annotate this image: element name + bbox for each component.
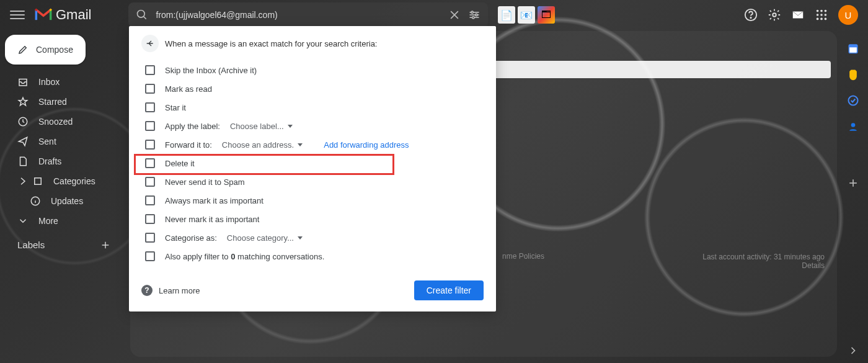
checkbox[interactable] xyxy=(145,251,155,261)
option-never-spam[interactable]: Never send it to Spam xyxy=(141,173,484,191)
category-icon xyxy=(32,176,43,187)
dropdown-value: Choose category... xyxy=(227,233,294,243)
dropdown-value: Choose label... xyxy=(230,122,284,131)
also-apply-suffix: matching conversations. xyxy=(235,252,324,261)
sidebar-item-starred[interactable]: Starred xyxy=(5,92,119,112)
checkbox[interactable] xyxy=(145,140,155,150)
send-icon xyxy=(17,136,29,147)
search-options-icon[interactable] xyxy=(468,9,480,21)
sidebar-item-categories[interactable]: Categories xyxy=(5,171,119,191)
option-always-important[interactable]: Always mark it as important xyxy=(141,191,484,210)
choose-label-dropdown[interactable]: Choose label... xyxy=(230,122,293,131)
support-icon[interactable] xyxy=(744,8,758,22)
choose-category-dropdown[interactable]: Choose category... xyxy=(227,233,303,243)
star-icon xyxy=(17,96,29,107)
checkbox[interactable] xyxy=(145,84,155,94)
gmail-logo[interactable]: Gmail xyxy=(35,7,91,23)
settings-icon[interactable] xyxy=(768,8,781,22)
compose-button[interactable]: Compose xyxy=(5,35,86,65)
svg-point-20 xyxy=(820,18,823,20)
extension-icon-2[interactable]: 📧 xyxy=(518,6,535,24)
option-label: Never mark it as important xyxy=(165,215,259,224)
mail-icon[interactable] xyxy=(791,8,805,22)
checkbox[interactable] xyxy=(145,158,155,168)
choose-address-dropdown[interactable]: Choose an address. xyxy=(222,140,303,150)
create-filter-button[interactable]: Create filter xyxy=(414,280,484,300)
checkbox[interactable] xyxy=(145,121,155,131)
checkbox[interactable] xyxy=(145,195,155,205)
option-apply-label[interactable]: Apply the label: Choose label... xyxy=(141,117,484,135)
sidebar-item-snoozed[interactable]: Snoozed xyxy=(5,112,119,132)
option-star-it[interactable]: Star it xyxy=(141,98,484,117)
checkbox[interactable] xyxy=(145,177,155,187)
tasks-icon[interactable] xyxy=(847,94,859,107)
back-button[interactable] xyxy=(141,35,159,52)
checkbox[interactable] xyxy=(145,214,155,224)
sidebar-item-sent[interactable]: Sent xyxy=(5,132,119,151)
svg-point-11 xyxy=(750,17,751,18)
extension-icon-1[interactable]: 📄 xyxy=(498,6,515,24)
add-panel-icon[interactable] xyxy=(847,177,859,189)
svg-point-12 xyxy=(773,13,776,17)
learn-more-link[interactable]: ? Learn more xyxy=(141,285,200,296)
svg-point-0 xyxy=(138,11,145,18)
nav-list: Inbox Starred Snoozed Sent Drafts Catego… xyxy=(5,72,119,231)
option-forward-to[interactable]: Forward it to: Choose an address. Add fo… xyxy=(141,135,484,154)
sidebar-item-more[interactable]: More xyxy=(5,211,119,231)
arrow-left-icon xyxy=(145,38,155,48)
apps-icon[interactable] xyxy=(815,8,828,22)
activity-text: Last account activity: 31 minutes ago xyxy=(702,253,825,261)
option-label: Delete it xyxy=(165,159,195,168)
sidebar-item-drafts[interactable]: Drafts xyxy=(5,151,119,171)
checkbox[interactable] xyxy=(145,233,155,243)
extension-icon-3[interactable]: 🗔 xyxy=(538,6,555,24)
details-link[interactable]: Details xyxy=(702,261,825,270)
search-bar[interactable]: from:(ujjwalgoel64@gmail.com) xyxy=(128,2,488,27)
footer-info: Last account activity: 31 minutes ago De… xyxy=(702,253,825,270)
svg-rect-23 xyxy=(35,178,42,185)
checkbox[interactable] xyxy=(145,65,155,75)
extension-icons: 📄 📧 🗔 xyxy=(498,6,555,24)
option-never-important[interactable]: Never mark it as important xyxy=(141,210,484,228)
chevron-down-icon xyxy=(298,143,303,146)
add-label-icon[interactable] xyxy=(100,240,110,250)
chevron-right-icon xyxy=(17,176,29,187)
policies-text: nme Policies xyxy=(502,252,544,261)
option-also-apply[interactable]: Also apply filter to 0 matching conversa… xyxy=(141,247,484,266)
learn-more-text: Learn more xyxy=(159,286,200,295)
sidebar: Compose Inbox Starred Snoozed Sent Draft… xyxy=(0,30,124,255)
nav-label: Categories xyxy=(53,176,95,186)
option-label: Star it xyxy=(165,103,186,112)
help-icon: ? xyxy=(141,285,153,296)
option-label: Categorise as: xyxy=(165,233,217,243)
chevron-down-icon xyxy=(17,215,29,226)
info-icon xyxy=(30,195,41,207)
option-delete-it[interactable]: Delete it xyxy=(141,154,484,173)
side-panel xyxy=(838,30,868,363)
option-mark-read[interactable]: Mark as read xyxy=(141,79,484,98)
sidebar-item-updates[interactable]: Updates xyxy=(5,191,119,211)
sidebar-item-inbox[interactable]: Inbox xyxy=(5,72,119,92)
add-forwarding-link[interactable]: Add forwarding address xyxy=(324,140,409,150)
calendar-icon[interactable] xyxy=(847,42,859,55)
nav-label: Snoozed xyxy=(38,117,73,127)
clear-search-icon[interactable] xyxy=(448,9,461,21)
svg-point-21 xyxy=(825,18,827,20)
chevron-down-icon xyxy=(288,125,293,128)
compose-label: Compose xyxy=(36,45,73,55)
keep-icon[interactable] xyxy=(847,68,859,81)
main-menu-button[interactable] xyxy=(10,7,25,22)
search-input[interactable]: from:(ujjwalgoel64@gmail.com) xyxy=(156,10,448,20)
account-avatar[interactable]: U xyxy=(838,5,858,25)
option-skip-inbox[interactable]: Skip the Inbox (Archive it) xyxy=(141,61,484,79)
svg-point-17 xyxy=(820,14,823,16)
option-label: Apply the label: xyxy=(165,122,220,131)
footer-policies[interactable]: nme Policies xyxy=(502,252,544,261)
option-categorise-as[interactable]: Categorise as: Choose category... xyxy=(141,228,484,247)
checkbox[interactable] xyxy=(145,102,155,112)
contacts-icon[interactable] xyxy=(847,120,859,133)
svg-point-13 xyxy=(817,10,819,12)
svg-point-32 xyxy=(851,123,856,127)
collapse-panel-icon[interactable] xyxy=(847,344,859,357)
nav-label: More xyxy=(38,216,58,226)
